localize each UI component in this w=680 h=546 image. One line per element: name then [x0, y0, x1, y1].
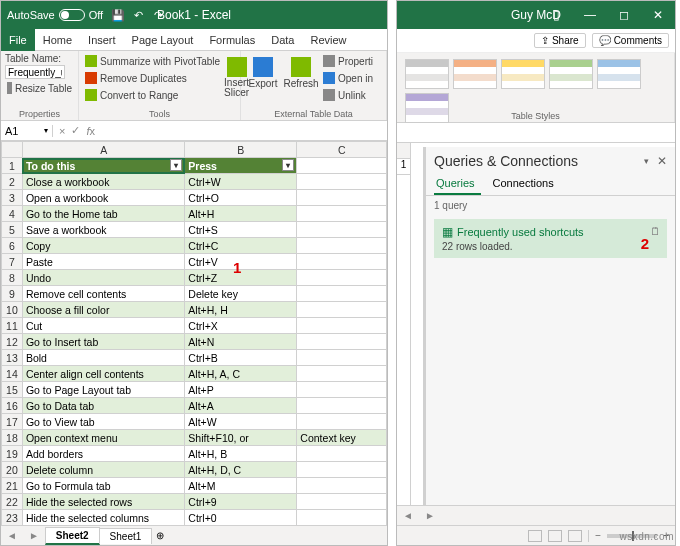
tab-page-layout[interactable]: Page Layout — [124, 29, 202, 51]
view-break-icon[interactable] — [568, 530, 582, 542]
tab-data[interactable]: Data — [263, 29, 302, 51]
cell[interactable]: Alt+P — [185, 382, 297, 398]
view-normal-icon[interactable] — [528, 530, 542, 542]
tab-home[interactable]: Home — [35, 29, 80, 51]
sheet-tab-active[interactable]: Sheet2 — [45, 527, 100, 545]
fx-icon[interactable]: fx — [86, 125, 95, 137]
filter-dropdown-icon[interactable]: ▾ — [282, 159, 294, 171]
chevron-down-icon[interactable]: ▾ — [44, 126, 48, 135]
refresh-button[interactable]: Refresh — [283, 53, 319, 103]
cell[interactable]: Ctrl+S — [185, 222, 297, 238]
row-header[interactable]: 9 — [2, 286, 23, 302]
cell[interactable]: Go to Page Layout tab — [22, 382, 184, 398]
cell[interactable]: Delete column — [22, 462, 184, 478]
table-style-thumb[interactable] — [501, 59, 545, 89]
tab-insert[interactable]: Insert — [80, 29, 124, 51]
maximize-button[interactable]: ◻ — [607, 1, 641, 29]
cell[interactable]: Delete key — [185, 286, 297, 302]
cell[interactable]: Undo — [22, 270, 184, 286]
minimize-button[interactable]: — — [573, 1, 607, 29]
cell[interactable]: Go to View tab — [22, 414, 184, 430]
cell[interactable]: Cut — [22, 318, 184, 334]
tab-connections[interactable]: Connections — [491, 175, 560, 195]
row-header[interactable]: 2 — [2, 174, 23, 190]
row-header[interactable]: 8 — [2, 270, 23, 286]
cell[interactable]: Remove cell contents — [22, 286, 184, 302]
table-header-cell[interactable]: Press▾ — [185, 158, 297, 174]
cell[interactable] — [297, 350, 387, 366]
cell[interactable]: Copy — [22, 238, 184, 254]
row-header[interactable]: 4 — [2, 206, 23, 222]
cell[interactable]: Go to Insert tab — [22, 334, 184, 350]
cell[interactable]: Ctrl+0 — [185, 510, 297, 526]
cell[interactable]: Paste — [22, 254, 184, 270]
cell[interactable]: Open a workbook — [22, 190, 184, 206]
query-item[interactable]: ▦Frequently used shortcuts 🗒 22 rows loa… — [434, 219, 667, 258]
cell[interactable] — [297, 414, 387, 430]
row-header[interactable]: 17 — [2, 414, 23, 430]
cell[interactable]: Ctrl+9 — [185, 494, 297, 510]
table-style-thumb[interactable] — [405, 59, 449, 89]
row-header[interactable]: 19 — [2, 446, 23, 462]
cell[interactable]: Shift+F10, or — [185, 430, 297, 446]
row-header[interactable]: 12 — [2, 334, 23, 350]
sheet-nav-prev[interactable]: ◄ — [1, 530, 23, 541]
sheet-nav-prev[interactable]: ◄ — [397, 510, 419, 521]
cell[interactable]: Go to Data tab — [22, 398, 184, 414]
row-header[interactable]: 23 — [2, 510, 23, 526]
cell[interactable]: Ctrl+W — [185, 174, 297, 190]
cell[interactable]: Ctrl+Z — [185, 270, 297, 286]
cell[interactable]: Go to Formula tab — [22, 478, 184, 494]
cell[interactable] — [297, 206, 387, 222]
pivot-button[interactable]: Summarize with PivotTable — [83, 53, 222, 69]
cancel-icon[interactable]: × — [59, 125, 65, 137]
cell[interactable]: Hide the selected rows — [22, 494, 184, 510]
cell[interactable] — [297, 334, 387, 350]
row-header[interactable]: 1 — [397, 159, 410, 175]
cell[interactable]: Alt+H — [185, 206, 297, 222]
cell[interactable] — [297, 270, 387, 286]
table-style-thumb[interactable] — [597, 59, 641, 89]
cell[interactable]: Ctrl+O — [185, 190, 297, 206]
row-header[interactable]: 16 — [2, 398, 23, 414]
tab-review[interactable]: Review — [302, 29, 354, 51]
row-header[interactable]: 14 — [2, 366, 23, 382]
cell[interactable] — [297, 462, 387, 478]
open-in-browser-button[interactable]: Open in — [321, 70, 375, 86]
row-header[interactable]: 6 — [2, 238, 23, 254]
cell[interactable]: Hide the selected columns — [22, 510, 184, 526]
tab-queries[interactable]: Queries — [434, 175, 481, 195]
filter-dropdown-icon[interactable]: ▾ — [170, 159, 182, 171]
cell[interactable] — [297, 190, 387, 206]
row-header[interactable]: 22 — [2, 494, 23, 510]
table-name-input[interactable] — [5, 65, 65, 79]
worksheet-grid[interactable]: A B C 1 To do this▾ Press▾ 2 Close a wor… — [1, 141, 387, 525]
row-header[interactable]: 21 — [2, 478, 23, 494]
cell[interactable] — [297, 366, 387, 382]
cell[interactable]: Alt+W — [185, 414, 297, 430]
cell[interactable]: Ctrl+X — [185, 318, 297, 334]
cell[interactable]: Close a workbook — [22, 174, 184, 190]
cell[interactable]: Ctrl+V — [185, 254, 297, 270]
convert-range-button[interactable]: Convert to Range — [83, 87, 222, 103]
row-header[interactable]: 15 — [2, 382, 23, 398]
cell[interactable]: Alt+M — [185, 478, 297, 494]
autosave-toggle[interactable]: AutoSave Off — [7, 9, 103, 21]
cell[interactable] — [297, 286, 387, 302]
tab-formulas[interactable]: Formulas — [201, 29, 263, 51]
cell[interactable] — [297, 238, 387, 254]
row-header[interactable]: 11 — [2, 318, 23, 334]
col-header-b[interactable]: B — [185, 142, 297, 158]
cell[interactable]: Center align cell contents — [22, 366, 184, 382]
sheet-tab[interactable]: Sheet1 — [99, 528, 153, 544]
sheet-nav-next[interactable]: ► — [419, 510, 441, 521]
view-layout-icon[interactable] — [548, 530, 562, 542]
col-header-a[interactable]: A — [22, 142, 184, 158]
cell[interactable] — [297, 478, 387, 494]
name-box[interactable]: A1▾ — [1, 125, 53, 137]
row-header[interactable]: 10 — [2, 302, 23, 318]
row-header[interactable]: 20 — [2, 462, 23, 478]
cell[interactable] — [297, 398, 387, 414]
query-edit-icon[interactable]: 🗒 — [650, 225, 661, 237]
resize-table-button[interactable]: Resize Table — [5, 80, 74, 96]
